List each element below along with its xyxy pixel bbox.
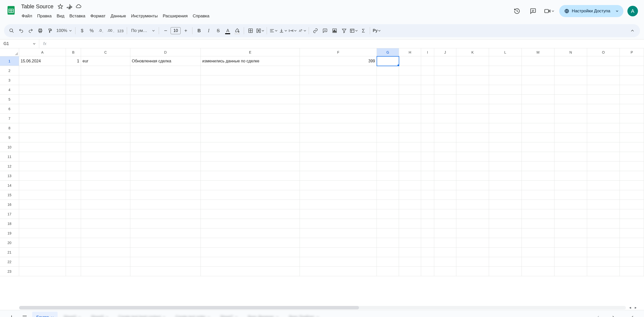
sheet-tab[interactable]: Create test order: [171, 312, 214, 317]
cell[interactable]: [421, 219, 434, 228]
cell[interactable]: [399, 257, 421, 267]
cell[interactable]: [201, 123, 300, 133]
cell[interactable]: [456, 114, 489, 123]
menu-format[interactable]: Формат: [88, 13, 108, 20]
cell[interactable]: [587, 142, 620, 152]
cell[interactable]: [434, 219, 456, 228]
document-title[interactable]: Table Source: [19, 3, 55, 10]
cell[interactable]: [522, 123, 554, 133]
cell[interactable]: [620, 190, 644, 200]
cell[interactable]: [81, 123, 130, 133]
cell[interactable]: [554, 85, 587, 95]
cell[interactable]: [587, 171, 620, 181]
cell[interactable]: [399, 56, 421, 66]
cell[interactable]: [377, 257, 399, 267]
cell[interactable]: [66, 219, 81, 228]
row-header[interactable]: 14: [0, 181, 19, 190]
cell[interactable]: [620, 209, 644, 219]
cell[interactable]: [587, 181, 620, 190]
cell[interactable]: [81, 238, 130, 248]
row-header[interactable]: 16: [0, 200, 19, 209]
cell[interactable]: [19, 219, 66, 228]
cell[interactable]: [421, 171, 434, 181]
font-dropdown[interactable]: По ум…: [129, 26, 157, 35]
cell[interactable]: [554, 95, 587, 104]
cell[interactable]: [522, 142, 554, 152]
cell[interactable]: [620, 85, 644, 95]
cell[interactable]: [377, 267, 399, 276]
cell[interactable]: [434, 123, 456, 133]
decrease-decimal-icon[interactable]: .0←: [97, 26, 106, 35]
cell[interactable]: [456, 133, 489, 142]
cell[interactable]: [81, 152, 130, 162]
menu-help[interactable]: Справка: [190, 13, 212, 20]
cell[interactable]: [620, 133, 644, 142]
column-header[interactable]: L: [489, 48, 522, 56]
cell[interactable]: [522, 85, 554, 95]
cell[interactable]: [201, 200, 300, 209]
cell[interactable]: [489, 257, 522, 267]
column-header[interactable]: A: [19, 48, 66, 56]
cell[interactable]: 399: [300, 56, 377, 66]
cell[interactable]: [399, 200, 421, 209]
cell[interactable]: [300, 190, 377, 200]
cell[interactable]: [522, 162, 554, 171]
rotate-icon[interactable]: A: [298, 26, 307, 35]
sheet-tab[interactable]: Create test lead contact: [114, 312, 169, 317]
cell[interactable]: [19, 104, 66, 114]
cell[interactable]: [554, 238, 587, 248]
cell[interactable]: [434, 104, 456, 114]
cell[interactable]: [587, 56, 620, 66]
cell[interactable]: [399, 248, 421, 257]
cell[interactable]: [434, 56, 456, 66]
cell[interactable]: [434, 85, 456, 95]
cell[interactable]: [300, 104, 377, 114]
cell[interactable]: [66, 95, 81, 104]
cell[interactable]: [81, 228, 130, 238]
cell[interactable]: [554, 66, 587, 75]
cell[interactable]: [130, 181, 201, 190]
cell[interactable]: [377, 181, 399, 190]
cell[interactable]: [201, 104, 300, 114]
cloud-icon[interactable]: [75, 4, 82, 10]
column-header[interactable]: H: [399, 48, 421, 56]
star-icon[interactable]: [57, 4, 63, 10]
cell[interactable]: [522, 66, 554, 75]
cell[interactable]: [522, 200, 554, 209]
cell[interactable]: [66, 162, 81, 171]
cell[interactable]: [130, 200, 201, 209]
cell[interactable]: [456, 190, 489, 200]
cell[interactable]: [620, 104, 644, 114]
cell[interactable]: [421, 200, 434, 209]
cell[interactable]: [66, 75, 81, 85]
cell[interactable]: [421, 238, 434, 248]
cell[interactable]: [421, 228, 434, 238]
text-color-icon[interactable]: A: [223, 26, 232, 35]
cell[interactable]: [522, 171, 554, 181]
cell[interactable]: [130, 104, 201, 114]
cell[interactable]: [81, 257, 130, 267]
search-icon[interactable]: [7, 26, 16, 35]
cell[interactable]: [399, 66, 421, 75]
cell[interactable]: [130, 238, 201, 248]
cell[interactable]: [587, 104, 620, 114]
row-header[interactable]: 7: [0, 114, 19, 123]
cell[interactable]: [489, 181, 522, 190]
cell[interactable]: [19, 200, 66, 209]
cell[interactable]: [587, 123, 620, 133]
cell[interactable]: [434, 257, 456, 267]
cell[interactable]: [489, 219, 522, 228]
cell[interactable]: [201, 133, 300, 142]
sheet-tab-active[interactable]: Source: [32, 312, 58, 317]
cell[interactable]: [300, 200, 377, 209]
cell[interactable]: [456, 171, 489, 181]
cell[interactable]: [434, 133, 456, 142]
move-icon[interactable]: [66, 4, 72, 10]
cell[interactable]: [66, 152, 81, 162]
scroll-left-icon[interactable]: ◄: [628, 305, 632, 310]
share-button[interactable]: Настройки Доступа: [559, 5, 623, 17]
cell[interactable]: [587, 162, 620, 171]
percent-icon[interactable]: %: [87, 26, 96, 35]
increase-font-icon[interactable]: +: [181, 26, 190, 35]
cell[interactable]: [377, 238, 399, 248]
